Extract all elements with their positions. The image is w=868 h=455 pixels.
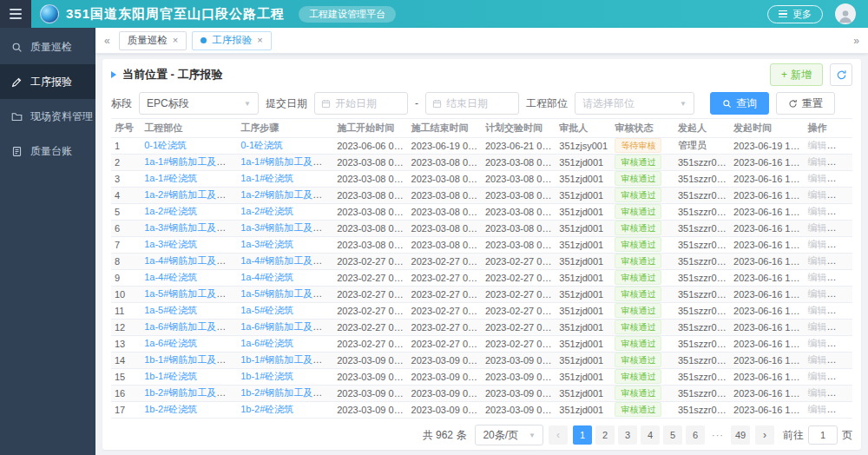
edit-link[interactable]: 编辑: [807, 371, 826, 381]
part-link[interactable]: 0-1砼浇筑: [144, 140, 187, 150]
part-link[interactable]: 1b-1#钢筋加工及安装: [144, 354, 235, 365]
part-link[interactable]: 1a-5#砼浇筑: [144, 305, 197, 315]
tab-close-icon[interactable]: ×: [173, 36, 178, 45]
cell-no: 10: [111, 286, 141, 302]
step-link[interactable]: 1a-5#钢筋加工及安装: [240, 288, 332, 299]
sidebar-item-quality-inspection[interactable]: 质量巡检: [0, 30, 95, 64]
part-link[interactable]: 1b-2#砼浇筑: [144, 404, 197, 414]
part-select[interactable]: 请选择部位 ▼: [575, 92, 694, 115]
part-link[interactable]: 1a-4#钢筋加工及安装: [144, 255, 235, 266]
step-link[interactable]: 1a-4#砼浇筑: [240, 272, 293, 282]
part-link[interactable]: 1a-1#砼浇筑: [144, 173, 197, 183]
part-link[interactable]: 1a-6#砼浇筑: [144, 338, 197, 348]
section-select[interactable]: EPC标段 ▼: [139, 92, 259, 115]
step-link[interactable]: 1a-1#钢筋加工及安装: [240, 156, 332, 167]
sidebar-item-site-documents[interactable]: 现场资料管理: [0, 99, 95, 134]
tabs-scroll-right-icon[interactable]: »: [852, 35, 861, 47]
part-link[interactable]: 1a-2#钢筋加工及安装: [144, 189, 235, 200]
tab-process-report[interactable]: 工序报验 ×: [192, 31, 271, 50]
page-size-select[interactable]: 20条/页 ▼: [475, 425, 543, 445]
cell-no: 3: [111, 170, 141, 187]
edit-link[interactable]: 编辑: [807, 255, 826, 266]
part-link[interactable]: 1b-1#砼浇筑: [144, 371, 197, 381]
edit-link[interactable]: 编辑: [807, 206, 826, 216]
reset-button-label: 重置: [802, 96, 823, 111]
step-link[interactable]: 1b-2#钢筋加工及安装: [240, 387, 332, 398]
step-link[interactable]: 0-1砼浇筑: [240, 140, 283, 150]
refresh-button[interactable]: [830, 63, 852, 86]
cell-initiator: 351szzr001: [674, 335, 730, 352]
edit-link[interactable]: 编辑: [807, 140, 826, 150]
col-header-step: 工序步骤: [237, 119, 333, 137]
edit-link[interactable]: 编辑: [807, 387, 826, 398]
step-link[interactable]: 1a-3#砼浇筑: [240, 239, 293, 249]
tab-quality-inspection[interactable]: 质量巡检 ×: [119, 31, 187, 50]
part-link[interactable]: 1b-2#钢筋加工及安装: [144, 387, 235, 398]
prev-page-button[interactable]: ‹: [549, 425, 568, 445]
reset-button[interactable]: 重置: [776, 92, 835, 115]
sidebar-item-quality-ledger[interactable]: 质量台账: [0, 134, 95, 168]
start-date-input[interactable]: 开始日期: [314, 92, 408, 115]
edit-link[interactable]: 编辑: [807, 239, 826, 249]
page-number-button[interactable]: 2: [595, 425, 615, 445]
page-number-button[interactable]: 4: [641, 425, 660, 445]
edit-link[interactable]: 编辑: [807, 321, 826, 332]
tab-close-icon[interactable]: ×: [257, 36, 262, 45]
sidebar-toggle[interactable]: [0, 0, 31, 28]
cell-initiator: 351szzr001: [674, 368, 730, 385]
part-link[interactable]: 1a-4#砼浇筑: [144, 272, 197, 282]
part-link[interactable]: 1a-3#砼浇筑: [144, 239, 197, 249]
step-link[interactable]: 1a-2#钢筋加工及安装: [240, 189, 332, 200]
table-row: 4 1a-2#钢筋加工及安装 1a-2#钢筋加工及安装 2023-03-08 0…: [111, 187, 852, 203]
date-range-separator: -: [415, 97, 418, 109]
status-badge: 审核通过: [615, 386, 661, 400]
part-link[interactable]: 1a-5#钢筋加工及安装: [144, 288, 235, 299]
edit-link[interactable]: 编辑: [807, 173, 826, 183]
edit-link[interactable]: 编辑: [807, 288, 826, 299]
sidebar-item-process-report[interactable]: 工序报验: [0, 64, 95, 99]
cell-initiator: 351szzr001: [674, 236, 730, 253]
page-number-button[interactable]: 49: [731, 425, 750, 445]
step-link[interactable]: 1a-4#钢筋加工及安装: [240, 255, 332, 266]
more-button[interactable]: 更多: [767, 5, 823, 23]
status-badge: 审核通过: [615, 353, 661, 367]
tabs-scroll-left-icon[interactable]: «: [102, 35, 112, 47]
search-button[interactable]: 查询: [710, 92, 769, 115]
part-link[interactable]: 1a-3#钢筋加工及安装: [144, 222, 235, 233]
page-number-button[interactable]: 3: [618, 425, 637, 445]
step-link[interactable]: 1a-6#钢筋加工及安装: [240, 321, 332, 332]
filter-bar: 标段 EPC标段 ▼ 提交日期 开始日期 - 结: [111, 89, 852, 118]
step-link[interactable]: 1a-2#砼浇筑: [240, 206, 293, 216]
cell-end-time: 2023-02-27 00:00: [408, 319, 482, 335]
edit-link[interactable]: 编辑: [807, 404, 826, 414]
edit-link[interactable]: 编辑: [807, 338, 826, 348]
step-link[interactable]: 1b-1#砼浇筑: [240, 371, 293, 381]
step-link[interactable]: 1a-1#砼浇筑: [240, 173, 293, 183]
step-link[interactable]: 1b-1#钢筋加工及安装: [240, 354, 332, 365]
page-number-button[interactable]: 5: [663, 425, 682, 445]
next-page-button[interactable]: ›: [755, 425, 774, 445]
page-number-button[interactable]: ···: [708, 425, 727, 445]
part-link[interactable]: 1a-1#钢筋加工及安装: [144, 156, 235, 167]
edit-link[interactable]: 编辑: [807, 156, 826, 167]
edit-link[interactable]: 编辑: [807, 305, 826, 315]
page-number-button[interactable]: 1: [573, 425, 592, 445]
add-button[interactable]: + 新增: [770, 63, 823, 86]
edit-link[interactable]: 编辑: [807, 272, 826, 282]
step-link[interactable]: 1a-3#钢筋加工及安装: [240, 222, 332, 233]
part-link[interactable]: 1a-2#砼浇筑: [144, 206, 197, 216]
edit-link[interactable]: 编辑: [807, 354, 826, 365]
step-link[interactable]: 1b-2#砼浇筑: [240, 404, 293, 414]
cell-end-time: 2023-03-08 00:00: [408, 170, 482, 187]
edit-link[interactable]: 编辑: [807, 189, 826, 200]
edit-link[interactable]: 编辑: [807, 222, 826, 233]
step-link[interactable]: 1a-5#砼浇筑: [240, 305, 293, 315]
page-number-button[interactable]: 6: [686, 425, 705, 445]
cell-initiate-time: 2023-06-16 14:24: [730, 253, 804, 269]
goto-page-input[interactable]: [808, 425, 838, 445]
step-link[interactable]: 1a-6#砼浇筑: [240, 338, 293, 348]
part-link[interactable]: 1a-6#钢筋加工及安装: [144, 321, 235, 332]
avatar[interactable]: [835, 3, 856, 24]
end-date-input[interactable]: 结束日期: [425, 92, 519, 115]
cell-plan-time: 2023-03-09 00:00: [482, 401, 556, 418]
